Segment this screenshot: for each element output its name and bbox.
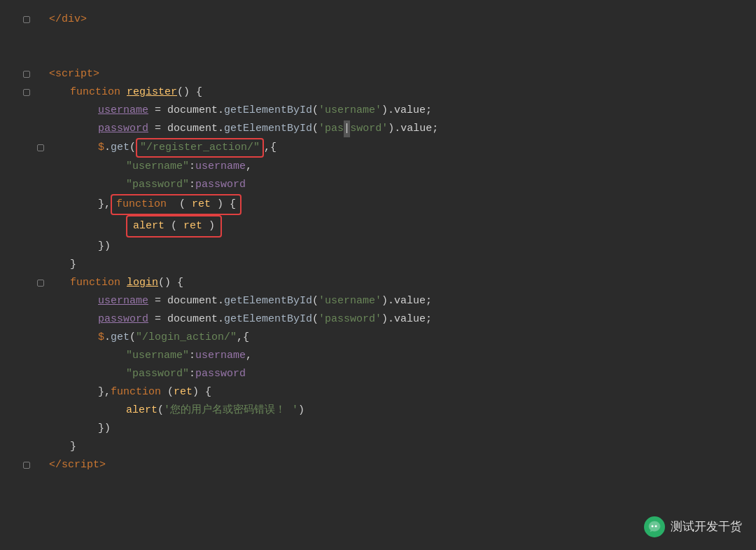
gutter-marker [23, 71, 30, 78]
code-text: ) [298, 402, 304, 419]
line-func-register: function register () { [42, 83, 756, 102]
line-func-login: function login () { [42, 274, 756, 292]
code-param: ret [174, 384, 192, 401]
line-alert-ret: alert ( ret ) [42, 215, 756, 238]
code-text: , [246, 348, 252, 364]
code-text: : [189, 158, 195, 175]
code-text: ,{ [264, 139, 276, 156]
code-keyword: function [70, 275, 127, 291]
gutter-marker [23, 89, 30, 96]
line-close-brace2: } [42, 438, 756, 456]
code-var: username [195, 158, 246, 175]
gutter-marker [23, 462, 30, 469]
code-text: ).value; [388, 121, 438, 137]
code-var: username [98, 102, 148, 119]
code-text: </div> [49, 11, 87, 28]
code-text: () { [177, 84, 202, 101]
code-text: <script> [49, 66, 99, 83]
code-text: ) { [192, 384, 211, 401]
line-password-key: "password" : password [42, 176, 756, 194]
code-text: . [104, 329, 111, 346]
highlighted-string: "/register_action/" [136, 138, 264, 158]
gutter-marker [23, 16, 30, 23]
code-text: : [189, 348, 195, 364]
code-text: : [189, 366, 195, 383]
code-string: "username" [126, 158, 189, 175]
line-close-bracket2: }) [42, 420, 756, 438]
code-text: = document. [148, 311, 224, 328]
code-string: 'pas [318, 121, 344, 137]
code-text: ( [312, 121, 318, 137]
line-blank2 [42, 47, 756, 65]
code-text: ) [209, 220, 215, 232]
code-var: username [98, 293, 148, 310]
code-text: = document. [148, 102, 224, 119]
code-text: }) [98, 420, 111, 437]
code-text: ( [130, 139, 136, 156]
code-text: ( [312, 293, 318, 310]
code-alert: alert [126, 402, 158, 419]
code-var: password [195, 177, 246, 193]
line-password-assign2: password = document. getElementById ( 'p… [42, 310, 756, 329]
wechat-icon [644, 516, 665, 537]
line-username-key: "username" : username , [42, 158, 756, 176]
code-method: getElementById [224, 311, 312, 328]
code-string: "/login_action/" [136, 329, 237, 346]
code-text: } [70, 439, 76, 455]
code-text: () { [158, 275, 183, 291]
watermark: 测试开发干货 [644, 516, 742, 537]
code-text: ( [130, 329, 136, 346]
code-function: login [127, 275, 158, 291]
code-text: = document. [148, 121, 224, 137]
code-string: '您的用户名或密码错误！ ' [164, 402, 298, 419]
code-keyword: function [70, 84, 127, 101]
code-dollar: $ [98, 329, 104, 346]
code-text: ( [158, 402, 164, 419]
code-keyword: function [116, 198, 167, 210]
line-close-bracket: }) [42, 238, 756, 256]
line-func-ret2-open: }, function ( ret ) { [42, 383, 756, 401]
code-text: ( [312, 102, 318, 119]
line-username-key2: "username" : username , [42, 347, 756, 365]
code-method: get [111, 139, 130, 156]
code-string: 'username' [318, 293, 382, 310]
code-method: getElementById [224, 293, 312, 310]
code-dollar: $ [98, 139, 104, 156]
line-get-register: $ . get ( "/register_action/" ,{ [42, 138, 756, 158]
line-username-assign2: username = document. getElementById ( 'u… [42, 292, 756, 310]
code-text: }, [98, 384, 111, 401]
code-text: ).value; [382, 293, 432, 310]
line-username-assign: username = document. getElementById ( 'u… [42, 102, 756, 120]
code-text: ( [173, 198, 186, 210]
line-blank [42, 29, 756, 47]
code-text: . [104, 139, 111, 156]
code-text: ,{ [237, 329, 249, 346]
code-tag: </script> [49, 457, 106, 474]
code-text: } [70, 256, 76, 273]
code-string: "username" [126, 348, 189, 364]
highlighted-func: function ( ret ) { [111, 194, 241, 215]
line-close-brace: } [42, 256, 756, 274]
code-text: : [189, 177, 195, 193]
code-method: getElementById [224, 102, 312, 119]
code-string: "/register_action/" [140, 142, 260, 153]
code-string: 'username' [318, 102, 382, 119]
line-func-ret-open: }, function ( ret ) { [42, 194, 756, 215]
code-text: }) [98, 238, 111, 255]
highlighted-alert: alert ( ret ) [126, 215, 222, 238]
code-string: "password" [126, 366, 189, 383]
code-string: "password" [126, 177, 189, 193]
code-var: password [195, 366, 246, 383]
line-script-close: </script> [42, 456, 756, 474]
code-string: sword' [350, 121, 388, 137]
line-get-login: $ . get ( "/login_action/" ,{ [42, 329, 756, 347]
code-text: ( [312, 311, 318, 328]
code-method: getElementById [224, 121, 312, 137]
line-password-assign: password = document. getElementById ( 'p… [42, 120, 756, 138]
code-text: ( [161, 384, 174, 401]
code-method: get [111, 329, 130, 346]
code-var: password [98, 311, 148, 328]
code-param: ret [183, 220, 202, 232]
code-editor: </div> <script> function register () { u… [0, 0, 756, 481]
line-script-open: <script> [42, 65, 756, 83]
